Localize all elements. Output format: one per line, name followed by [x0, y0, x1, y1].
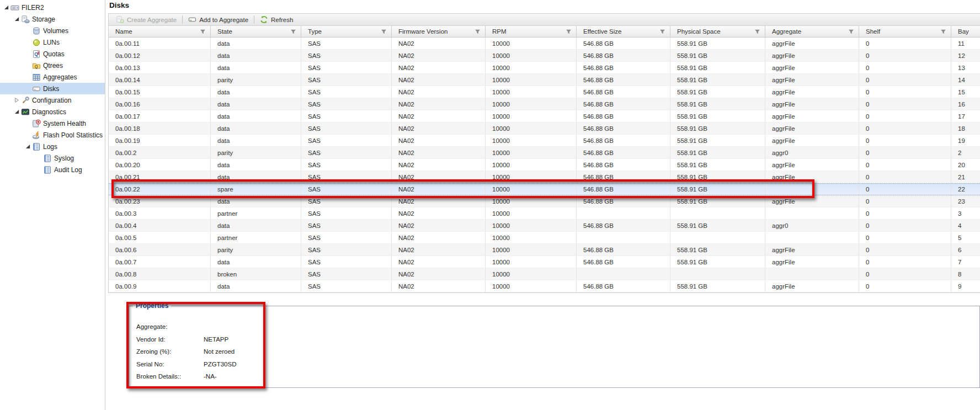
column-header-label: Name — [115, 28, 132, 35]
cell-bay: 17 — [951, 110, 980, 122]
table-row[interactable]: 0a.00.13dataSASNA0210000546.88 GB558.91 … — [109, 62, 980, 74]
tree-item-diagnostics[interactable]: Diagnostics — [0, 106, 105, 118]
filter-funnel-icon[interactable] — [659, 29, 665, 35]
property-row: Vendor Id: NETAPP — [136, 333, 979, 346]
table-row[interactable]: 0a.00.4dataSASNA0210000546.88 GB558.91 G… — [109, 220, 980, 232]
tree-expander-icon[interactable] — [13, 98, 20, 103]
cell-effective-size: 546.88 GB — [577, 159, 670, 171]
cell-type: SAS — [301, 232, 392, 243]
filter-funnel-icon[interactable] — [290, 29, 296, 35]
column-header-state[interactable]: State — [211, 26, 301, 37]
table-row[interactable]: 0a.00.3partnerSASNA021000003 — [109, 207, 980, 220]
table-row[interactable]: 0a.00.12dataSASNA0210000546.88 GB558.91 … — [109, 50, 980, 62]
cell-shelf: 0 — [859, 207, 951, 219]
filer-icon — [10, 3, 19, 12]
table-row[interactable]: 0a.00.14paritySASNA0210000546.88 GB558.9… — [109, 74, 980, 86]
property-row: Zeroing (%): Not zeroed — [136, 345, 979, 358]
column-header-rpm[interactable]: RPM — [486, 26, 577, 37]
column-header-aggregate[interactable]: Aggregate — [765, 26, 859, 37]
table-row[interactable]: 0a.00.6paritySASNA0210000546.88 GB558.91… — [109, 244, 980, 256]
cell-effective-size: 546.88 GB — [577, 171, 670, 183]
cell-rpm: 10000 — [486, 86, 577, 98]
tree-item-configuration[interactable]: Configuration — [0, 94, 105, 106]
cell-physical-space: 558.91 GB — [670, 50, 765, 61]
refresh-label: Refresh — [271, 17, 293, 23]
cell-name: 0a.00.4 — [109, 220, 211, 231]
cell-physical-space — [670, 232, 765, 243]
cell-type: SAS — [301, 110, 392, 122]
tree-expander-icon[interactable] — [13, 109, 20, 115]
cell-type: SAS — [301, 38, 392, 49]
filter-funnel-icon[interactable] — [475, 29, 481, 35]
column-header-bay[interactable]: Bay — [951, 26, 980, 37]
cell-bay: 4 — [951, 220, 980, 231]
table-row[interactable]: 0a.00.7dataSASNA0210000546.88 GB558.91 G… — [109, 256, 980, 268]
cell-state: data — [211, 171, 301, 183]
cell-physical-space: 558.91 GB — [670, 184, 765, 195]
tree-item-flash-pool-statistics[interactable]: Flash Pool Statistics — [0, 129, 105, 141]
tree-item-volumes[interactable]: Volumes — [0, 25, 105, 36]
table-row[interactable]: 0a.00.17dataSASNA0210000546.88 GB558.91 … — [109, 110, 980, 123]
filter-funnel-icon[interactable] — [848, 29, 854, 35]
table-row[interactable]: 0a.00.23dataSASNA0210000546.88 GB558.91 … — [109, 195, 980, 207]
filter-funnel-icon[interactable] — [566, 29, 572, 35]
tree-item-filer2[interactable]: FILER2 — [0, 2, 105, 13]
filter-funnel-icon[interactable] — [200, 29, 206, 35]
cell-effective-size: 546.88 GB — [577, 74, 670, 86]
tree-item-storage[interactable]: Storage — [0, 13, 105, 25]
filter-funnel-icon[interactable] — [754, 29, 760, 35]
tree-item-luns[interactable]: LUNs — [0, 36, 105, 48]
tree-item-logs[interactable]: Logs — [0, 141, 105, 152]
tree-item-aggregates[interactable]: Aggregates — [0, 71, 105, 83]
table-row[interactable]: 0a.00.19dataSASNA0210000546.88 GB558.91 … — [109, 135, 980, 147]
column-header-physical-space[interactable]: Physical Space — [670, 26, 765, 37]
column-header-shelf[interactable]: Shelf — [859, 26, 951, 37]
table-row[interactable]: 0a.00.8brokenSASNA021000008 — [109, 268, 980, 280]
filter-funnel-icon[interactable] — [940, 29, 946, 35]
cell-state: parity — [211, 74, 301, 86]
cell-physical-space: 558.91 GB — [670, 98, 765, 110]
filter-funnel-icon[interactable] — [381, 29, 387, 35]
table-row[interactable]: 0a.00.11dataSASNA0210000546.88 GB558.91 … — [109, 38, 980, 50]
add-to-aggregate-button[interactable]: Add to Aggregate — [184, 14, 253, 25]
cell-state: data — [211, 256, 301, 268]
tree-item-quotas[interactable]: Q Quotas — [0, 48, 105, 60]
cell-firmware-version: NA02 — [392, 280, 486, 292]
column-header-name[interactable]: Name — [109, 26, 211, 37]
column-header-effective-size[interactable]: Effective Size — [577, 26, 670, 37]
tree-item-syslog[interactable]: Syslog — [0, 152, 105, 164]
tree-item-audit-log[interactable]: Audit Log — [0, 164, 105, 175]
table-row[interactable]: 0a.00.20dataSASNA0210000546.88 GB558.91 … — [109, 159, 980, 171]
table-row-selected[interactable]: 0a.00.22spareSASNA0210000546.88 GB558.91… — [109, 183, 980, 195]
tree-item-disks[interactable]: Disks — [0, 83, 105, 94]
column-header-firmware-version[interactable]: Firmware Version — [392, 26, 486, 37]
tree-expander-icon[interactable] — [3, 5, 10, 10]
table-row[interactable]: 0a.00.5partnerSASNA021000005 — [109, 232, 980, 244]
table-row[interactable]: 0a.00.16dataSASNA0210000546.88 GB558.91 … — [109, 98, 980, 110]
table-row[interactable]: 0a.00.9dataSASNA0210000546.88 GB558.91 G… — [109, 280, 980, 292]
tree-expander-icon[interactable] — [13, 17, 20, 22]
cell-aggregate: aggrFile — [765, 256, 859, 268]
cell-aggregate: aggrFile — [765, 171, 859, 183]
cell-aggregate: aggrFile — [765, 62, 859, 73]
cell-bay: 11 — [951, 38, 980, 49]
cell-effective-size: 546.88 GB — [577, 256, 670, 268]
tree-expander-icon[interactable] — [24, 144, 31, 150]
volumes-icon — [31, 26, 41, 35]
tree-item-system-health[interactable]: System Health — [0, 118, 105, 129]
table-row[interactable]: 0a.00.18dataSASNA0210000546.88 GB558.91 … — [109, 123, 980, 135]
cell-shelf: 0 — [859, 38, 951, 49]
property-value: NETAPP — [204, 336, 228, 343]
table-row[interactable]: 0a.00.21dataSASNA0210000546.88 GB558.91 … — [109, 171, 980, 183]
table-row[interactable]: 0a.00.2paritySASNA0210000546.88 GB558.91… — [109, 147, 980, 159]
cell-firmware-version: NA02 — [392, 256, 486, 268]
refresh-button[interactable]: Refresh — [255, 14, 297, 25]
cell-name: 0a.00.9 — [109, 280, 211, 292]
tree-item-qtrees[interactable]: Q Qtrees — [0, 60, 105, 71]
column-header-type[interactable]: Type — [301, 26, 392, 37]
cell-aggregate: aggrFile — [765, 195, 859, 207]
table-row[interactable]: 0a.00.15dataSASNA0210000546.88 GB558.91 … — [109, 86, 980, 98]
cell-firmware-version: NA02 — [392, 123, 486, 134]
tree-expander-icon — [24, 28, 31, 34]
cell-aggregate: aggrFile — [765, 74, 859, 86]
